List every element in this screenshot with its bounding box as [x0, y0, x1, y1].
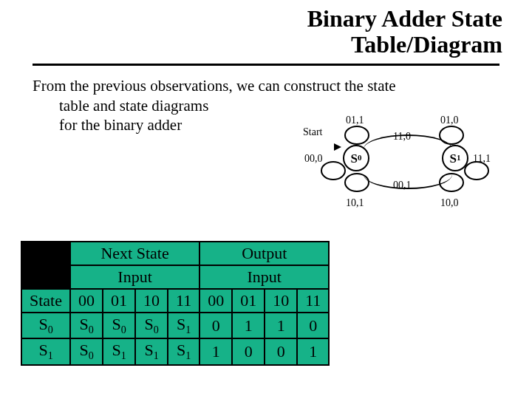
cell-next: S0	[103, 313, 135, 338]
cell-out: 0	[232, 338, 265, 364]
state-s0-sub: 0	[358, 153, 362, 163]
state-s1-sub: 1	[457, 153, 461, 163]
cell-s: S	[79, 315, 88, 333]
self-loop-icon	[344, 173, 369, 192]
cell-s: S	[79, 341, 88, 359]
col-header: 10	[135, 289, 168, 313]
row-state-sub: 1	[48, 351, 53, 362]
table-row: Input Input	[21, 265, 329, 289]
cell-s: S	[144, 341, 153, 359]
col-header: 11	[297, 289, 329, 313]
cell-sub: 1	[121, 351, 126, 362]
cell-next: S1	[135, 338, 168, 364]
cell-s: S	[144, 315, 153, 333]
col-group-output: Output	[200, 242, 329, 265]
col-header: 00	[70, 289, 103, 313]
cell-next: S0	[70, 313, 103, 338]
state-col-header: State	[21, 289, 70, 313]
row-state-sub: 0	[48, 324, 53, 335]
cell-out: 0	[200, 313, 232, 338]
edge-label-s1-s0: 00,1	[393, 179, 412, 192]
cell-s: S	[112, 315, 120, 333]
self-loop-icon	[439, 173, 464, 192]
cell-s: S	[177, 315, 185, 333]
state-table: Next State Output Input Input State 00 0…	[21, 241, 330, 366]
table-row: S0 S0 S0 S0 S1 0 1 1 0	[21, 313, 329, 338]
cell-out: 1	[200, 338, 232, 364]
page-title: Binary Adder State Table/Diagram	[0, 0, 532, 59]
edge-label-s0-self: 00,0	[304, 152, 323, 166]
cell-sub: 1	[185, 324, 191, 335]
cell-next: S1	[103, 338, 135, 364]
row-state-s0: S0	[21, 313, 70, 338]
state-s0-label: S	[351, 151, 358, 166]
col-group-next: Next State	[70, 242, 200, 265]
cell-next: S1	[168, 313, 200, 338]
state-diagram: Start 01,1 01,0 11,0 S0 S1 00,0 11,1	[275, 120, 489, 238]
state-node-s0: S0	[343, 145, 369, 171]
edge-label-s1-top: 01,0	[440, 114, 459, 127]
table-row: State 00 01 10 11 00 01 10 11	[21, 289, 329, 313]
cell-s: S	[112, 341, 120, 359]
cell-next: S0	[70, 338, 103, 364]
self-loop-icon	[321, 161, 346, 180]
edge-label-s1-bot: 10,0	[440, 197, 459, 210]
col-header: 01	[103, 289, 135, 313]
cell-sub: 1	[185, 351, 191, 362]
self-loop-icon	[344, 126, 369, 145]
edge-label-s0-s1: 11,0	[393, 130, 411, 143]
table-row: Next State Output	[21, 242, 329, 265]
table-row: S1 S0 S1 S1 S1 1 0 0 1	[21, 338, 329, 364]
cell-sub: 0	[89, 324, 94, 335]
col-header: 00	[200, 289, 232, 313]
edge-label-s0-bot: 10,1	[346, 197, 364, 210]
cell-out: 1	[232, 313, 265, 338]
cell-sub: 0	[121, 324, 126, 335]
title-line-1: Binary Adder State	[307, 5, 502, 32]
cell-out: 0	[265, 338, 297, 364]
edge-label-s0-top: 01,1	[346, 114, 364, 127]
lead-paragraph: From the previous observations, we can c…	[0, 66, 532, 134]
cell-sub: 0	[154, 324, 159, 335]
lead-line-2: table and state diagrams	[33, 96, 499, 115]
cell-out: 0	[297, 313, 329, 338]
cell-sub: 1	[154, 351, 159, 362]
col-header: 10	[265, 289, 297, 313]
cell-s: S	[177, 341, 185, 359]
cell-next: S1	[168, 338, 200, 364]
row-state-label: S	[38, 341, 47, 359]
table-corner	[21, 265, 70, 289]
table-corner	[21, 242, 70, 265]
input-header-output: Input	[200, 265, 329, 289]
start-label: Start	[303, 126, 322, 139]
cell-out: 1	[265, 313, 297, 338]
row-state-s1: S1	[21, 338, 70, 364]
row-state-label: S	[38, 315, 47, 333]
start-arrow-icon	[334, 143, 341, 151]
title-line-2: Table/Diagram	[351, 31, 502, 58]
cell-out: 1	[297, 338, 329, 364]
cell-sub: 0	[89, 351, 94, 362]
col-header: 11	[168, 289, 200, 313]
input-header-next: Input	[70, 265, 200, 289]
state-s1-label: S	[450, 151, 457, 166]
col-header: 01	[232, 289, 265, 313]
cell-next: S0	[135, 313, 168, 338]
self-loop-icon	[464, 161, 489, 180]
lead-line-1: From the previous observations, we can c…	[33, 77, 396, 95]
